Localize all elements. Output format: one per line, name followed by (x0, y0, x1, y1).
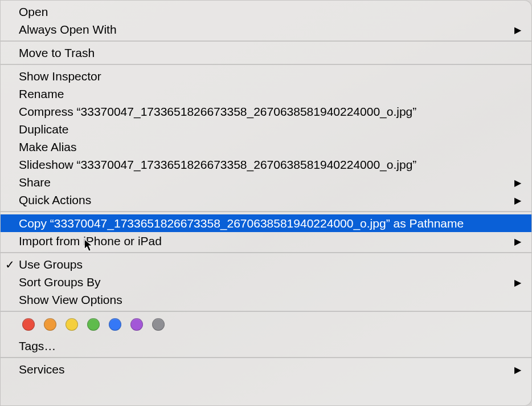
tag-color-dot[interactable] (109, 318, 121, 331)
submenu-arrow-icon: ▶ (514, 196, 521, 205)
menu-label: Import from iPhone or iPad (19, 234, 162, 248)
tag-color-dot[interactable] (130, 318, 143, 331)
menu-item-import-iphone-ipad[interactable]: Import from iPhone or iPad ▶ (1, 232, 531, 250)
tag-color-dot[interactable] (87, 318, 100, 331)
menu-label: Quick Actions (19, 193, 91, 207)
menu-label: Show View Options (19, 293, 122, 307)
menu-separator (1, 252, 531, 253)
menu-item-tags[interactable]: Tags… (1, 337, 531, 355)
menu-separator (1, 64, 531, 65)
menu-label: Compress “33370047_1733651826673358_2670… (19, 105, 416, 119)
menu-label: Duplicate (19, 123, 69, 136)
menu-separator (1, 40, 531, 42)
menu-item-compress[interactable]: Compress “33370047_1733651826673358_2670… (1, 103, 531, 120)
menu-item-copy-pathname[interactable]: Copy “33370047_1733651826673358_26706385… (1, 214, 531, 232)
tag-color-dot[interactable] (66, 318, 78, 331)
menu-label: Slideshow “33370047_1733651826673358_267… (19, 158, 416, 172)
menu-label: Rename (19, 87, 64, 101)
menu-item-use-groups[interactable]: ✓ Use Groups (1, 255, 531, 273)
menu-label: Copy “33370047_1733651826673358_26706385… (19, 217, 464, 230)
tag-color-dot[interactable] (22, 318, 35, 331)
menu-label: Services (19, 363, 65, 376)
menu-item-move-to-trash[interactable]: Move to Trash (1, 44, 531, 62)
menu-item-share[interactable]: Share ▶ (1, 173, 531, 191)
menu-label: Use Groups (19, 258, 83, 271)
menu-label: Always Open With (19, 23, 117, 36)
menu-item-show-inspector[interactable]: Show Inspector (1, 67, 531, 85)
checkmark-icon: ✓ (5, 259, 15, 270)
menu-item-rename[interactable]: Rename (1, 85, 531, 103)
menu-item-make-alias[interactable]: Make Alias (1, 138, 531, 156)
tag-color-dot[interactable] (152, 318, 165, 331)
menu-item-slideshow[interactable]: Slideshow “33370047_1733651826673358_267… (1, 156, 531, 173)
menu-separator (1, 211, 531, 212)
tag-color-row (1, 312, 531, 337)
menu-item-show-view-options[interactable]: Show View Options (1, 291, 531, 308)
menu-label: Move to Trash (19, 46, 95, 60)
menu-item-quick-actions[interactable]: Quick Actions ▶ (1, 191, 531, 209)
submenu-arrow-icon: ▶ (514, 366, 521, 375)
menu-item-open[interactable]: Open (1, 3, 531, 21)
menu-item-services[interactable]: Services ▶ (1, 360, 531, 378)
tag-color-dot[interactable] (44, 318, 56, 331)
submenu-arrow-icon: ▶ (514, 26, 521, 35)
menu-separator (1, 357, 531, 358)
menu-label: Make Alias (19, 140, 77, 154)
menu-item-always-open-with[interactable]: Always Open With ▶ (1, 21, 531, 38)
context-menu: Open Always Open With ▶ Move to Trash Sh… (0, 0, 532, 406)
menu-label: Open (19, 5, 48, 19)
menu-label: Share (19, 176, 51, 189)
menu-label: Tags… (19, 339, 56, 353)
submenu-arrow-icon: ▶ (514, 237, 521, 246)
menu-item-duplicate[interactable]: Duplicate (1, 120, 531, 138)
submenu-arrow-icon: ▶ (514, 178, 521, 188)
menu-label: Sort Groups By (19, 275, 101, 289)
submenu-arrow-icon: ▶ (514, 278, 521, 287)
menu-item-sort-groups-by[interactable]: Sort Groups By ▶ (1, 273, 531, 291)
menu-label: Show Inspector (19, 70, 101, 83)
